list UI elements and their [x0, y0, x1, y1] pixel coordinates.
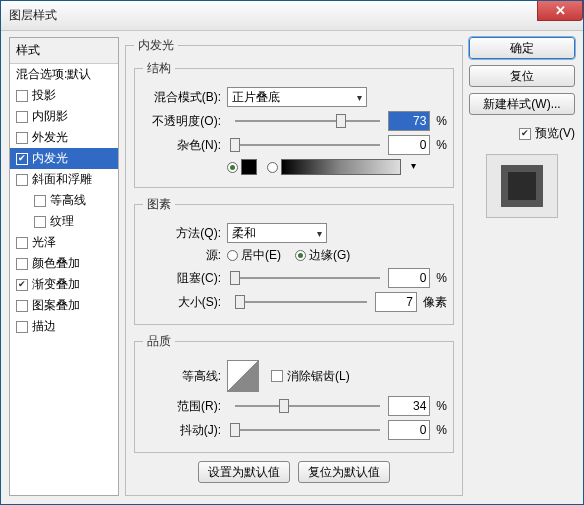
sidebar-item-label: 图案叠加	[32, 297, 80, 314]
glow-color-swatch[interactable]	[241, 159, 257, 175]
source-edge-radio[interactable]	[295, 250, 306, 261]
ok-button[interactable]: 确定	[469, 37, 575, 59]
method-combo[interactable]: 柔和	[227, 223, 327, 243]
source-center-label: 居中(E)	[241, 247, 281, 264]
sidebar-item-label: 光泽	[32, 234, 56, 251]
style-checkbox[interactable]	[16, 300, 28, 312]
opacity-suffix: %	[436, 114, 447, 128]
sidebar-item[interactable]: 等高线	[10, 190, 118, 211]
source-label: 源:	[143, 247, 221, 264]
style-checkbox[interactable]: ✔	[16, 153, 28, 165]
sidebar-item-label: 描边	[32, 318, 56, 335]
sidebar-item-label: 等高线	[50, 192, 86, 209]
jitter-suffix: %	[436, 423, 447, 437]
style-checkbox[interactable]	[16, 111, 28, 123]
noise-label: 杂色(N):	[143, 137, 221, 154]
style-checkbox[interactable]	[16, 258, 28, 270]
style-checkbox[interactable]	[16, 321, 28, 333]
styles-sidebar: 样式 混合选项:默认 投影内阴影外发光✔内发光斜面和浮雕等高线纹理光泽颜色叠加✔…	[9, 37, 119, 496]
sidebar-item[interactable]: 光泽	[10, 232, 118, 253]
sidebar-item-label: 外发光	[32, 129, 68, 146]
new-style-button[interactable]: 新建样式(W)...	[469, 93, 575, 115]
noise-slider[interactable]	[235, 138, 380, 152]
close-button[interactable]: ✕	[537, 1, 583, 21]
style-checkbox[interactable]	[16, 174, 28, 186]
blend-mode-combo[interactable]: 正片叠底	[227, 87, 367, 107]
gradient-radio[interactable]	[267, 162, 278, 173]
contour-label: 等高线:	[143, 368, 221, 385]
window-buttons: ✕	[537, 1, 583, 21]
sidebar-item-label: 纹理	[50, 213, 74, 230]
range-input[interactable]: 34	[388, 396, 430, 416]
style-checkbox[interactable]: ✔	[16, 279, 28, 291]
sidebar-item-label: 渐变叠加	[32, 276, 80, 293]
sidebar-blend-options[interactable]: 混合选项:默认	[10, 64, 118, 85]
jitter-input[interactable]: 0	[388, 420, 430, 440]
choke-slider[interactable]	[235, 271, 380, 285]
sidebar-item-label: 斜面和浮雕	[32, 171, 92, 188]
layer-style-dialog: 图层样式 ✕ 样式 混合选项:默认 投影内阴影外发光✔内发光斜面和浮雕等高线纹理…	[0, 0, 584, 505]
content: 样式 混合选项:默认 投影内阴影外发光✔内发光斜面和浮雕等高线纹理光泽颜色叠加✔…	[9, 37, 575, 496]
sidebar-item-label: 投影	[32, 87, 56, 104]
contour-picker[interactable]	[227, 360, 259, 392]
sidebar-item[interactable]: 投影	[10, 85, 118, 106]
style-checkbox[interactable]	[34, 195, 46, 207]
noise-suffix: %	[436, 138, 447, 152]
size-input[interactable]: 7	[375, 292, 417, 312]
blend-mode-value: 正片叠底	[232, 89, 280, 106]
titlebar: 图层样式 ✕	[1, 1, 583, 31]
sidebar-item[interactable]: 外发光	[10, 127, 118, 148]
make-default-button[interactable]: 设置为默认值	[198, 461, 290, 483]
choke-label: 阻塞(C):	[143, 270, 221, 287]
opacity-slider[interactable]	[235, 114, 380, 128]
antialias-checkbox[interactable]	[271, 370, 283, 382]
sidebar-item[interactable]: 颜色叠加	[10, 253, 118, 274]
solid-color-radio[interactable]	[227, 162, 238, 173]
preview-checkbox[interactable]: ✔	[519, 128, 531, 140]
quality-group: 品质 等高线: 消除锯齿(L) 范围(R): 34 %	[134, 333, 454, 453]
preview-thumbnail	[486, 154, 558, 218]
sidebar-item[interactable]: ✔内发光	[10, 148, 118, 169]
style-checkbox[interactable]	[16, 237, 28, 249]
sidebar-item[interactable]: 斜面和浮雕	[10, 169, 118, 190]
range-suffix: %	[436, 399, 447, 413]
style-checkbox[interactable]	[34, 216, 46, 228]
sidebar-item[interactable]: 纹理	[10, 211, 118, 232]
size-suffix: 像素	[423, 294, 447, 311]
source-center-radio[interactable]	[227, 250, 238, 261]
gradient-picker[interactable]	[281, 159, 401, 175]
panel-title: 内发光	[134, 37, 178, 54]
reset-default-button[interactable]: 复位为默认值	[298, 461, 390, 483]
method-label: 方法(Q):	[143, 225, 221, 242]
size-slider[interactable]	[235, 295, 367, 309]
quality-legend: 品质	[143, 333, 175, 350]
sidebar-item-label: 颜色叠加	[32, 255, 80, 272]
antialias-label: 消除锯齿(L)	[287, 368, 350, 385]
range-slider[interactable]	[235, 399, 380, 413]
size-label: 大小(S):	[143, 294, 221, 311]
sidebar-item[interactable]: 描边	[10, 316, 118, 337]
noise-input[interactable]: 0	[388, 135, 430, 155]
sidebar-item-label: 内阴影	[32, 108, 68, 125]
dialog-buttons: 确定 复位 新建样式(W)... ✔ 预览(V)	[469, 37, 575, 496]
sidebar-item-label: 混合选项:默认	[16, 66, 91, 83]
cancel-button[interactable]: 复位	[469, 65, 575, 87]
sidebar-item[interactable]: ✔渐变叠加	[10, 274, 118, 295]
style-checkbox[interactable]	[16, 132, 28, 144]
style-checkbox[interactable]	[16, 90, 28, 102]
opacity-label: 不透明度(O):	[143, 113, 221, 130]
source-edge-label: 边缘(G)	[309, 247, 350, 264]
choke-input[interactable]: 0	[388, 268, 430, 288]
opacity-input[interactable]: 73	[388, 111, 430, 131]
choke-suffix: %	[436, 271, 447, 285]
structure-group: 结构 混合模式(B): 正片叠底 不透明度(O): 73 %	[134, 60, 454, 188]
sidebar-item[interactable]: 图案叠加	[10, 295, 118, 316]
structure-legend: 结构	[143, 60, 175, 77]
sidebar-item-label: 内发光	[32, 150, 68, 167]
inner-glow-panel: 内发光 结构 混合模式(B): 正片叠底 不透明度(O):	[125, 37, 463, 496]
elements-group: 图素 方法(Q): 柔和 源: 居中(E) 边缘(G)	[134, 196, 454, 325]
jitter-slider[interactable]	[235, 423, 380, 437]
sidebar-item[interactable]: 内阴影	[10, 106, 118, 127]
elements-legend: 图素	[143, 196, 175, 213]
window-title: 图层样式	[9, 7, 57, 24]
